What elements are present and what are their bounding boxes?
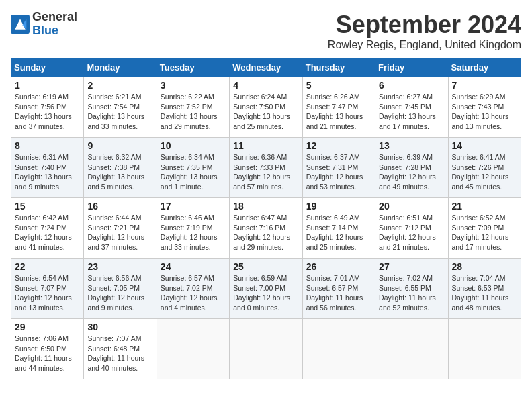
day-info: Sunrise: 6:29 AMSunset: 7:43 PMDaylight:… — [452, 92, 517, 132]
calendar-cell: 8Sunrise: 6:31 AMSunset: 7:40 PMDaylight… — [11, 138, 84, 198]
calendar-cell: 22Sunrise: 6:54 AMSunset: 7:07 PMDayligh… — [11, 259, 84, 319]
day-info: Sunrise: 6:42 AMSunset: 7:24 PMDaylight:… — [15, 213, 80, 253]
calendar-cell: 20Sunrise: 6:51 AMSunset: 7:12 PMDayligh… — [375, 198, 448, 259]
calendar-cell: 26Sunrise: 7:01 AMSunset: 6:57 PMDayligh… — [302, 259, 375, 319]
weekday-header-thursday: Thursday — [302, 58, 375, 77]
day-number: 29 — [15, 322, 80, 332]
calendar-cell: 5Sunrise: 6:26 AMSunset: 7:47 PMDaylight… — [302, 77, 375, 138]
day-number: 3 — [161, 80, 226, 91]
day-number: 4 — [233, 80, 298, 91]
calendar-cell: 28Sunrise: 7:04 AMSunset: 6:53 PMDayligh… — [448, 259, 521, 319]
day-number: 10 — [161, 140, 226, 151]
logo-icon — [11, 15, 30, 34]
day-number: 19 — [306, 201, 371, 212]
calendar-cell: 30Sunrise: 7:07 AMSunset: 6:48 PMDayligh… — [84, 319, 157, 379]
day-number: 21 — [452, 201, 517, 212]
logo: General Blue — [11, 11, 77, 38]
logo-general: General — [32, 10, 77, 24]
calendar-cell: 6Sunrise: 6:27 AMSunset: 7:45 PMDaylight… — [375, 77, 448, 138]
day-number: 23 — [87, 261, 152, 272]
day-number: 14 — [452, 140, 517, 151]
day-info: Sunrise: 6:49 AMSunset: 7:14 PMDaylight:… — [306, 213, 371, 253]
calendar-cell: 3Sunrise: 6:22 AMSunset: 7:52 PMDaylight… — [157, 77, 229, 138]
day-info: Sunrise: 6:22 AMSunset: 7:52 PMDaylight:… — [161, 92, 226, 132]
day-info: Sunrise: 6:51 AMSunset: 7:12 PMDaylight:… — [379, 213, 444, 253]
calendar-cell: 17Sunrise: 6:46 AMSunset: 7:19 PMDayligh… — [157, 198, 229, 259]
calendar-cell: 18Sunrise: 6:47 AMSunset: 7:16 PMDayligh… — [230, 198, 302, 259]
day-info: Sunrise: 7:01 AMSunset: 6:57 PMDaylight:… — [306, 273, 371, 313]
calendar-cell: 4Sunrise: 6:24 AMSunset: 7:50 PMDaylight… — [230, 77, 302, 138]
calendar-cell: 12Sunrise: 6:37 AMSunset: 7:31 PMDayligh… — [302, 138, 375, 198]
day-number: 17 — [161, 201, 226, 212]
calendar-cell — [157, 319, 229, 379]
day-number: 30 — [87, 322, 152, 332]
calendar-cell: 16Sunrise: 6:44 AMSunset: 7:21 PMDayligh… — [84, 198, 157, 259]
calendar-cell: 1Sunrise: 6:19 AMSunset: 7:56 PMDaylight… — [11, 77, 84, 138]
calendar-cell: 15Sunrise: 6:42 AMSunset: 7:24 PMDayligh… — [11, 198, 84, 259]
calendar-cell: 25Sunrise: 6:59 AMSunset: 7:00 PMDayligh… — [230, 259, 302, 319]
day-number: 7 — [452, 80, 517, 91]
day-number: 8 — [15, 140, 80, 151]
day-number: 13 — [379, 140, 444, 151]
day-info: Sunrise: 6:41 AMSunset: 7:26 PMDaylight:… — [452, 152, 517, 192]
day-info: Sunrise: 6:34 AMSunset: 7:35 PMDaylight:… — [161, 152, 226, 192]
day-info: Sunrise: 6:47 AMSunset: 7:16 PMDaylight:… — [233, 213, 298, 253]
day-number: 24 — [161, 261, 226, 272]
day-number: 11 — [233, 140, 298, 151]
day-info: Sunrise: 6:56 AMSunset: 7:05 PMDaylight:… — [87, 273, 152, 313]
logo-text: General Blue — [32, 11, 77, 38]
calendar-table: SundayMondayTuesdayWednesdayThursdayFrid… — [11, 58, 521, 379]
day-info: Sunrise: 6:52 AMSunset: 7:09 PMDaylight:… — [452, 213, 517, 253]
day-info: Sunrise: 6:57 AMSunset: 7:02 PMDaylight:… — [161, 273, 226, 313]
day-info: Sunrise: 6:31 AMSunset: 7:40 PMDaylight:… — [15, 152, 80, 192]
page-header: General Blue September 2024 Rowley Regis… — [11, 11, 521, 51]
calendar-cell: 21Sunrise: 6:52 AMSunset: 7:09 PMDayligh… — [448, 198, 521, 259]
day-info: Sunrise: 7:04 AMSunset: 6:53 PMDaylight:… — [452, 273, 517, 313]
weekday-header-saturday: Saturday — [448, 58, 521, 77]
calendar-cell: 9Sunrise: 6:32 AMSunset: 7:38 PMDaylight… — [84, 138, 157, 198]
weekday-header-tuesday: Tuesday — [157, 58, 229, 77]
day-number: 5 — [306, 80, 371, 91]
weekday-header-monday: Monday — [84, 58, 157, 77]
calendar-cell: 24Sunrise: 6:57 AMSunset: 7:02 PMDayligh… — [157, 259, 229, 319]
day-number: 22 — [15, 261, 80, 272]
logo-blue: Blue — [32, 24, 58, 37]
day-number: 26 — [306, 261, 371, 272]
day-info: Sunrise: 7:06 AMSunset: 6:50 PMDaylight:… — [15, 334, 80, 373]
day-number: 28 — [452, 261, 517, 272]
day-info: Sunrise: 6:27 AMSunset: 7:45 PMDaylight:… — [379, 92, 444, 132]
day-number: 12 — [306, 140, 371, 151]
day-info: Sunrise: 7:07 AMSunset: 6:48 PMDaylight:… — [87, 334, 152, 373]
calendar-cell: 7Sunrise: 6:29 AMSunset: 7:43 PMDaylight… — [448, 77, 521, 138]
location: Rowley Regis, England, United Kingdom — [328, 39, 521, 51]
weekday-header-friday: Friday — [375, 58, 448, 77]
title-section: September 2024 Rowley Regis, England, Un… — [328, 11, 521, 51]
day-info: Sunrise: 6:54 AMSunset: 7:07 PMDaylight:… — [15, 273, 80, 313]
day-info: Sunrise: 7:02 AMSunset: 6:55 PMDaylight:… — [379, 273, 444, 313]
day-info: Sunrise: 6:36 AMSunset: 7:33 PMDaylight:… — [233, 152, 298, 192]
day-number: 20 — [379, 201, 444, 212]
day-info: Sunrise: 6:24 AMSunset: 7:50 PMDaylight:… — [233, 92, 298, 132]
day-number: 1 — [15, 80, 80, 91]
month-title: September 2024 — [328, 11, 521, 39]
calendar-cell — [230, 319, 302, 379]
day-info: Sunrise: 6:37 AMSunset: 7:31 PMDaylight:… — [306, 152, 371, 192]
calendar-cell: 2Sunrise: 6:21 AMSunset: 7:54 PMDaylight… — [84, 77, 157, 138]
calendar-cell: 11Sunrise: 6:36 AMSunset: 7:33 PMDayligh… — [230, 138, 302, 198]
day-info: Sunrise: 6:46 AMSunset: 7:19 PMDaylight:… — [161, 213, 226, 253]
calendar-cell: 19Sunrise: 6:49 AMSunset: 7:14 PMDayligh… — [302, 198, 375, 259]
day-info: Sunrise: 6:44 AMSunset: 7:21 PMDaylight:… — [87, 213, 152, 253]
calendar-cell: 23Sunrise: 6:56 AMSunset: 7:05 PMDayligh… — [84, 259, 157, 319]
day-number: 2 — [87, 80, 152, 91]
day-number: 25 — [233, 261, 298, 272]
calendar-cell: 27Sunrise: 7:02 AMSunset: 6:55 PMDayligh… — [375, 259, 448, 319]
day-number: 18 — [233, 201, 298, 212]
day-info: Sunrise: 6:32 AMSunset: 7:38 PMDaylight:… — [87, 152, 152, 192]
calendar-cell: 29Sunrise: 7:06 AMSunset: 6:50 PMDayligh… — [11, 319, 84, 379]
weekday-header-sunday: Sunday — [11, 58, 84, 77]
calendar-cell: 10Sunrise: 6:34 AMSunset: 7:35 PMDayligh… — [157, 138, 229, 198]
day-number: 6 — [379, 80, 444, 91]
day-number: 15 — [15, 201, 80, 212]
weekday-header-wednesday: Wednesday — [230, 58, 302, 77]
day-info: Sunrise: 6:26 AMSunset: 7:47 PMDaylight:… — [306, 92, 371, 132]
